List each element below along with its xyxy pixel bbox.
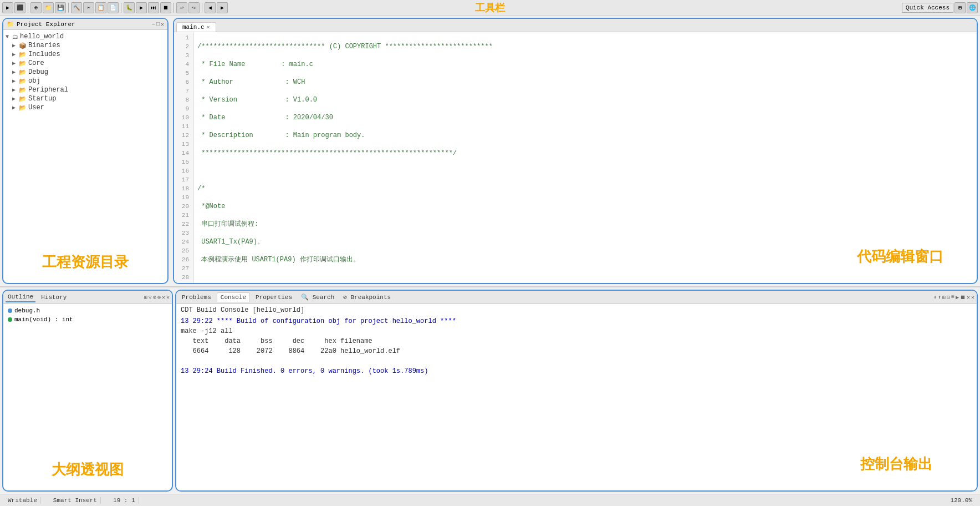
outline-item-main[interactable]: main(void) : int	[6, 315, 170, 324]
minimize-icon[interactable]: —	[152, 21, 155, 28]
toolbar-btn-14[interactable]: ↩	[176, 2, 187, 13]
folder-icon-peripheral: 📂	[19, 87, 27, 94]
toolbar-title: 工具栏	[475, 1, 505, 14]
console-icon-6[interactable]: ▶	[956, 294, 959, 301]
console-tab-problems[interactable]: Problems	[178, 293, 215, 302]
tree-item-obj[interactable]: ▶ 📂 obj	[3, 77, 167, 85]
folder-icon-debug: 📂	[19, 69, 27, 76]
toolbar-btn-8[interactable]: 📋	[95, 2, 106, 13]
project-explorer-title: Project Explorer	[17, 21, 75, 28]
console-tab-search[interactable]: 🔍 Search	[298, 292, 338, 302]
console-icon-1[interactable]: ⬇	[933, 294, 937, 301]
outline-icon-4[interactable]: ⊗	[157, 294, 161, 301]
tree-arrow-user: ▶	[12, 104, 19, 111]
toolbar-btn-13[interactable]: ⏹	[160, 2, 171, 13]
outline-label-main: main(void) : int	[14, 316, 73, 323]
code-area[interactable]: 12345 678910 1112131415 1617181920 21222…	[174, 32, 977, 283]
toolbar-btn-6[interactable]: 🔨	[71, 2, 82, 13]
console-line-6: 13 29:24 Build Finished. 0 errors, 0 war…	[181, 366, 972, 376]
console-line-2: make -j12 all	[181, 326, 972, 336]
outline-icon-2[interactable]: ▽	[149, 294, 152, 301]
tree-arrow-hello_world: ▼	[6, 34, 12, 40]
toolbar-btn-10[interactable]: 🐛	[124, 2, 135, 13]
console-tab-breakpoints[interactable]: ⊘ Breakpoints	[340, 292, 394, 302]
toolbar-btn-2[interactable]: ⬛	[14, 2, 25, 13]
outline-icons: ⊞ ▽ ⊕ ⊗ ✕ ✕	[144, 294, 170, 301]
outline-dot-2	[8, 317, 12, 322]
toolbar: ▶ ⬛ ⊕ 📁 💾 🔨 ✂ 📋 📄 🐛 ▶ ⏭ ⏹ ↩ ↪ ◀ ▶ 工具栏 Qu…	[0, 0, 980, 16]
toolbar-btn-1[interactable]: ▶	[2, 2, 13, 13]
toolbar-btn-4[interactable]: 📁	[43, 2, 54, 13]
tree-item-binaries[interactable]: ▶ 📦 Binaries	[3, 41, 167, 50]
bottom-section: Outline History ⊞ ▽ ⊕ ⊗ ✕ ✕ debug.h	[0, 287, 980, 494]
tree-label-peripheral: Peripheral	[28, 86, 68, 94]
tree-arrow-peripheral: ▶	[12, 87, 19, 93]
console-icons: ⬇ ⬆ ⊞ ⊟ ≡ ▶ ⏹ ✕ ✕	[933, 294, 974, 301]
tab-close-icon[interactable]: ✕	[207, 24, 210, 31]
outline-icon-5[interactable]: ✕	[162, 294, 165, 301]
quick-access-button[interactable]: Quick Access	[902, 3, 953, 13]
console-line-5	[181, 356, 972, 366]
folder-icon-user: 📂	[19, 104, 27, 112]
console-icon-8[interactable]: ✕	[967, 294, 970, 301]
outline-tab-outline[interactable]: Outline	[6, 292, 35, 302]
console-icon-3[interactable]: ⊞	[942, 294, 946, 301]
tree-arrow-debug: ▶	[12, 69, 19, 75]
toolbar-btn-17[interactable]: ▶	[217, 2, 228, 13]
top-section: 📁 Project Explorer — □ ✕ ▼ 🗂 hello_world	[0, 16, 980, 287]
console-icon-2[interactable]: ⬆	[938, 294, 941, 301]
toolbar-btn-9[interactable]: 📄	[108, 2, 119, 13]
status-zoom: 120.0%	[947, 497, 976, 504]
toolbar-btn-11[interactable]: ▶	[136, 2, 147, 13]
line-numbers: 12345 678910 1112131415 1617181920 21222…	[174, 32, 194, 283]
outline-icon-1[interactable]: ⊞	[144, 294, 147, 301]
console-content: CDT Build Console [hello_world] 13 29:22…	[176, 304, 977, 490]
console-tab-console[interactable]: Console	[217, 292, 250, 302]
folder-icon-binaries: 📦	[19, 42, 27, 49]
toolbar-btn-16[interactable]: ◀	[205, 2, 216, 13]
tree-arrow-obj: ▶	[12, 78, 19, 84]
outline-icon-3[interactable]: ⊕	[153, 294, 156, 301]
toolbar-sep-2	[68, 3, 69, 13]
toolbar-btn-7[interactable]: ✂	[83, 2, 94, 13]
code-content[interactable]: /******************************* (C) COP…	[194, 32, 977, 283]
console-tab-properties[interactable]: Properties	[252, 293, 295, 302]
editor-tab-main-c[interactable]: main.c ✕	[176, 22, 216, 32]
tree-label-includes: Includes	[28, 50, 60, 58]
outline-content: debug.h main(void) : int	[3, 304, 172, 490]
toolbar-sep-5	[202, 3, 202, 13]
project-explorer-header: 📁 Project Explorer — □ ✕	[3, 19, 167, 30]
tree-item-core[interactable]: ▶ 📂 Core	[3, 59, 167, 68]
tree-item-debug[interactable]: ▶ 📂 Debug	[3, 68, 167, 77]
project-tree: ▼ 🗂 hello_world ▶ 📦 Binaries ▶ 📂 Include…	[3, 30, 167, 283]
tree-label-core: Core	[28, 59, 44, 67]
window-btn-2[interactable]: 🌐	[967, 2, 978, 13]
outline-tab-history[interactable]: History	[39, 293, 69, 302]
close-panel-icon[interactable]: ✕	[161, 21, 164, 28]
toolbar-btn-3[interactable]: ⊕	[30, 2, 42, 13]
folder-icon-obj: 📂	[19, 78, 27, 85]
console-icon-4[interactable]: ⊟	[947, 294, 950, 301]
toolbar-btn-12[interactable]: ⏭	[148, 2, 159, 13]
console-icon-9[interactable]: ✕	[971, 294, 974, 301]
outline-close-icon[interactable]: ✕	[166, 294, 170, 301]
tree-item-user[interactable]: ▶ 📂 User	[3, 103, 167, 112]
console-tab-bar: Problems Console Properties 🔍 Search ⊘ B…	[176, 291, 977, 304]
toolbar-sep-4	[173, 3, 174, 13]
tree-item-hello_world[interactable]: ▼ 🗂 hello_world	[3, 32, 167, 41]
console-icon-7[interactable]: ⏹	[960, 294, 966, 301]
window-btn-1[interactable]: ⊞	[955, 2, 966, 13]
project-explorer-icon: 📁	[7, 21, 14, 28]
tree-item-startup[interactable]: ▶ 📂 Startup	[3, 94, 167, 103]
status-writable: Writable	[4, 497, 41, 504]
tree-item-includes[interactable]: ▶ 📂 Includes	[3, 50, 167, 59]
toolbar-sep-1	[28, 3, 28, 13]
maximize-icon[interactable]: □	[156, 21, 160, 28]
toolbar-btn-5[interactable]: 💾	[55, 2, 66, 13]
toolbar-sep-3	[121, 3, 121, 13]
tree-item-peripheral[interactable]: ▶ 📂 Peripheral	[3, 85, 167, 94]
outline-item-debug-h[interactable]: debug.h	[6, 306, 170, 315]
toolbar-btn-15[interactable]: ↪	[188, 2, 200, 13]
console-line-4: 6664 128 2072 8864 22a0 hello_world.elf	[181, 346, 972, 356]
console-icon-5[interactable]: ≡	[951, 294, 955, 301]
